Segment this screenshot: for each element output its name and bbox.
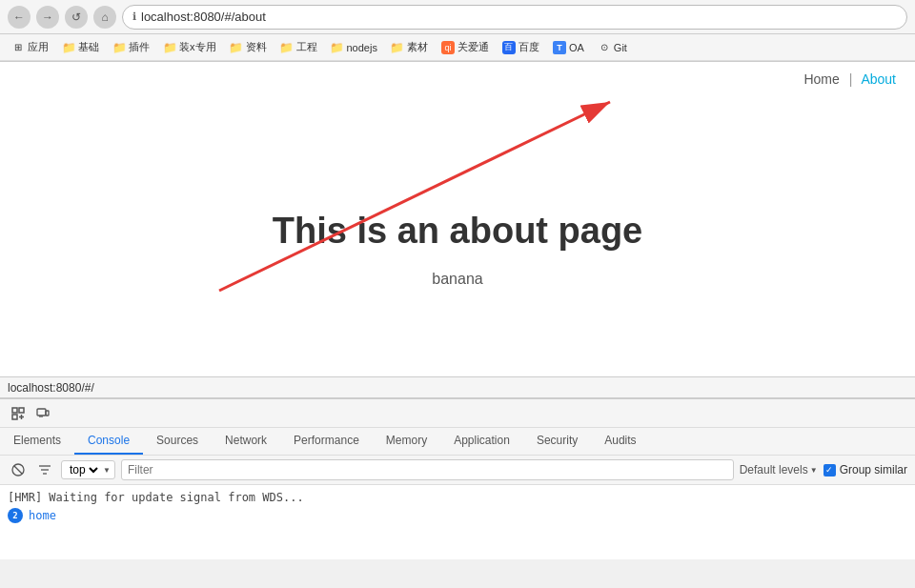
folder-icon: 📁 — [391, 41, 404, 54]
context-selector[interactable]: top ▼ — [61, 460, 115, 479]
filter-input[interactable] — [121, 459, 734, 480]
tab-application[interactable]: Application — [440, 428, 523, 455]
tab-sources[interactable]: Sources — [143, 428, 212, 455]
bookmark-gongju-label: 工程 — [296, 40, 317, 54]
bookmark-apps-label: 应用 — [28, 40, 49, 54]
bookmark-ziyuan-label: 资料 — [246, 40, 267, 54]
console-line: [HMR] Waiting for update signal from WDS… — [8, 489, 907, 506]
apps-icon: ⊞ — [11, 41, 25, 54]
device-toolbar-button[interactable] — [32, 403, 53, 424]
tab-network[interactable]: Network — [212, 428, 280, 455]
bookmark-oa[interactable]: T OA — [547, 39, 590, 56]
info-icon: ℹ — [132, 10, 136, 23]
folder-icon: 📁 — [280, 41, 294, 54]
folder-icon: 📁 — [62, 41, 75, 54]
bookmark-qiai[interactable]: qi 关爱通 — [436, 38, 495, 56]
github-icon: ⊙ — [598, 41, 611, 54]
page-content: This is an about page banana — [0, 115, 915, 326]
devtools-tabs: Elements Console Sources Network Perform… — [0, 428, 915, 456]
devtools-panel: Elements Console Sources Network Perform… — [0, 397, 915, 559]
home-button[interactable]: ⌂ — [93, 6, 116, 29]
bookmark-oa-label: OA — [569, 42, 584, 53]
bookmark-plugins[interactable]: 📁 插件 — [107, 38, 155, 56]
bookmark-gongju[interactable]: 📁 工程 — [274, 38, 323, 56]
context-select[interactable]: top — [66, 462, 101, 477]
status-bar: localhost:8080/#/ — [0, 376, 915, 397]
folder-icon: 📁 — [230, 41, 243, 54]
forward-button[interactable]: → — [36, 6, 59, 29]
nav-separator: | — [849, 71, 853, 87]
chevron-down-icon: ▼ — [103, 466, 111, 475]
about-link[interactable]: About — [861, 71, 896, 87]
bookmark-plugins-label: 插件 — [129, 40, 150, 54]
chevron-down-icon: ▼ — [810, 466, 818, 475]
status-url: localhost:8080/#/ — [8, 381, 94, 395]
bookmark-sucai-label: 素材 — [407, 40, 428, 54]
tab-elements[interactable]: Elements — [0, 428, 74, 455]
console-badge: 2 — [8, 508, 23, 523]
group-similar-control: Group similar — [824, 463, 907, 476]
tab-audits[interactable]: Audits — [591, 428, 649, 455]
svg-line-11 — [14, 466, 22, 474]
baidu-icon: 百 — [502, 41, 516, 54]
bookmark-github[interactable]: ⊙ Git — [592, 39, 633, 56]
folder-icon: 📁 — [331, 41, 344, 54]
bookmark-nodejs-label: nodejs — [347, 42, 377, 53]
page-nav: Home | About — [0, 62, 915, 96]
toggle-filter-button[interactable] — [34, 459, 55, 480]
group-similar-label: Group similar — [840, 463, 907, 476]
hmr-text: [HMR] Waiting for update signal from WDS… — [8, 491, 304, 504]
address-bar[interactable]: ℹ localhost:8080/#/about — [122, 5, 907, 30]
bookmark-base-label: 基础 — [78, 40, 99, 54]
inspect-element-button[interactable] — [8, 403, 29, 424]
svg-rect-3 — [19, 408, 24, 413]
default-levels-label: Default levels — [740, 463, 808, 476]
page-subtext: banana — [19, 271, 896, 288]
bookmark-zhuangx[interactable]: 📁 装x专用 — [157, 38, 222, 56]
back-button[interactable]: ← — [8, 6, 30, 29]
svg-rect-4 — [12, 415, 17, 419]
group-similar-checkbox[interactable] — [824, 464, 836, 476]
qiai-icon: qi — [441, 41, 455, 54]
console-home-line: 2 home — [8, 506, 907, 525]
page-area: Home | About This is an about page banan… — [0, 62, 915, 376]
reload-button[interactable]: ↺ — [65, 6, 88, 29]
console-toolbar: top ▼ Default levels ▼ Group similar — [0, 456, 915, 485]
svg-rect-8 — [46, 411, 49, 416]
bookmark-apps[interactable]: ⊞ 应用 — [6, 38, 54, 56]
home-link[interactable]: Home — [803, 71, 839, 87]
console-output: [HMR] Waiting for update signal from WDS… — [0, 485, 915, 559]
clear-console-button[interactable] — [8, 459, 29, 480]
bookmark-nodejs[interactable]: 📁 nodejs — [325, 39, 383, 56]
bookmark-base[interactable]: 📁 基础 — [56, 38, 105, 56]
page-heading: This is an about page — [19, 211, 896, 252]
bookmarks-bar: ⊞ 应用 📁 基础 📁 插件 📁 装x专用 📁 资料 📁 工程 📁 nodejs — [0, 34, 915, 61]
default-levels-button[interactable]: Default levels ▼ — [740, 463, 818, 476]
bookmark-github-label: Git — [614, 42, 627, 53]
svg-rect-2 — [12, 408, 17, 413]
bookmark-qiai-label: 关爱通 — [458, 40, 489, 54]
folder-icon: 📁 — [163, 41, 176, 54]
browser-chrome: ← → ↺ ⌂ ℹ localhost:8080/#/about ⊞ 应用 📁 … — [0, 0, 915, 62]
bookmark-zhuangx-label: 装x专用 — [179, 40, 216, 54]
nav-bar: ← → ↺ ⌂ ℹ localhost:8080/#/about — [0, 0, 915, 34]
folder-icon: 📁 — [112, 41, 126, 54]
bookmark-baidu-label: 百度 — [518, 40, 539, 54]
bookmark-ziyuan[interactable]: 📁 资料 — [224, 38, 273, 56]
default-levels-control: Default levels ▼ — [740, 463, 818, 476]
tab-security[interactable]: Security — [523, 428, 591, 455]
devtools-toolbar — [0, 399, 915, 428]
tab-console[interactable]: Console — [74, 428, 143, 455]
bookmark-baidu[interactable]: 百 百度 — [497, 38, 545, 56]
address-text: localhost:8080/#/about — [141, 10, 266, 24]
oa-icon: T — [553, 41, 566, 54]
svg-rect-7 — [37, 409, 46, 416]
home-text[interactable]: home — [29, 509, 56, 522]
bookmark-sucai[interactable]: 📁 素材 — [385, 38, 434, 56]
tab-performance[interactable]: Performance — [280, 428, 373, 455]
tab-memory[interactable]: Memory — [373, 428, 440, 455]
